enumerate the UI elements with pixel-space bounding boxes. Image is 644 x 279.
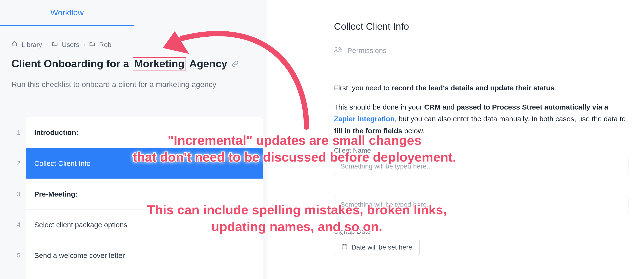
svg-rect-2: [340, 50, 342, 52]
task-row-welcome-letter[interactable]: Send a welcome cover letter: [26, 240, 263, 270]
task-row-select-package[interactable]: Select client package options: [26, 209, 263, 240]
task-number: 2: [14, 160, 24, 167]
body-text: This should be done in your: [334, 103, 424, 111]
task-card: Introduction: Collect Client Info Pre-Me…: [26, 117, 263, 279]
form-block-secondary: [334, 196, 629, 213]
date-button-label: Date will be set here: [352, 243, 412, 251]
folder-icon: [89, 41, 95, 49]
page-subtitle: Run this checklist to onboard a client f…: [12, 80, 216, 89]
task-number: 5: [14, 252, 24, 259]
body-text: and: [440, 103, 456, 111]
permissions-label: Permissions: [348, 47, 386, 55]
left-panel: Workflow Library › Users › Rob Client On…: [0, 0, 267, 279]
page-title: Client Onboarding for a Morketing Agency: [12, 57, 227, 71]
tab-bar: Workflow: [0, 0, 134, 26]
page-title-row: Client Onboarding for a Morketing Agency: [12, 57, 239, 71]
breadcrumb-mid[interactable]: Users: [62, 41, 79, 49]
tab-underline: [0, 25, 134, 26]
detail-body: First, you need to record the lead's det…: [334, 82, 629, 137]
chevron-right-icon: ›: [83, 41, 85, 48]
task-row-collect-client-info[interactable]: Collect Client Info: [26, 148, 263, 179]
svg-point-1: [339, 48, 341, 49]
signup-date-button[interactable]: Date will be set here: [334, 239, 420, 256]
task-number: 3: [14, 190, 24, 198]
task-row-introduction[interactable]: Introduction:: [26, 117, 263, 148]
body-bold: record the lead's details and update the…: [392, 84, 554, 92]
form-block-signup-date: Signup Date Date will be set here: [334, 228, 629, 256]
detail-title: Collect Client Info: [334, 21, 629, 39]
folder-icon: [52, 41, 58, 49]
body-text: .: [554, 84, 556, 92]
svg-point-0: [335, 48, 337, 49]
breadcrumb: Library › Users › Rob: [12, 41, 111, 49]
tab-workflow[interactable]: Workflow: [0, 0, 134, 25]
body-bold: passed to Process Street automatically v…: [456, 103, 608, 111]
breadcrumb-leaf[interactable]: Rob: [99, 41, 111, 49]
breadcrumb-root[interactable]: Library: [22, 41, 42, 49]
task-number: 4: [14, 221, 24, 228]
title-post: Agency: [187, 58, 228, 70]
home-icon[interactable]: [12, 41, 18, 49]
client-name-input[interactable]: [334, 158, 628, 175]
field-label-signup-date: Signup Date: [334, 228, 629, 235]
right-panel: Collect Client Info Permissions First, y…: [267, 0, 644, 279]
field-label-client-name: Client Name: [334, 147, 629, 154]
permissions-icon: [334, 46, 342, 55]
chevron-right-icon: ›: [46, 41, 48, 48]
secondary-input[interactable]: [334, 196, 628, 213]
title-pre: Client Onboarding for a: [12, 58, 132, 70]
zapier-link[interactable]: Zapier integration: [334, 115, 394, 123]
link-icon[interactable]: [232, 60, 239, 67]
typo-highlight: Morketing: [133, 57, 186, 71]
permissions-button[interactable]: Permissions: [334, 39, 629, 62]
calendar-icon: [342, 243, 348, 251]
task-row-welcome-package[interactable]: Send a welcome package: [26, 270, 263, 279]
body-text: First, you need to: [334, 84, 392, 92]
body-text: , but you can also enter the data manual…: [394, 115, 626, 123]
form-block-client-name: Client Name: [334, 147, 629, 175]
body-bold: CRM: [424, 103, 440, 111]
task-number: 1: [14, 129, 24, 136]
svg-rect-3: [342, 245, 347, 249]
body-text: below.: [402, 127, 424, 135]
body-bold: fill in the form fields: [334, 127, 402, 135]
task-row-pre-meeting[interactable]: Pre-Meeting:: [26, 179, 263, 209]
